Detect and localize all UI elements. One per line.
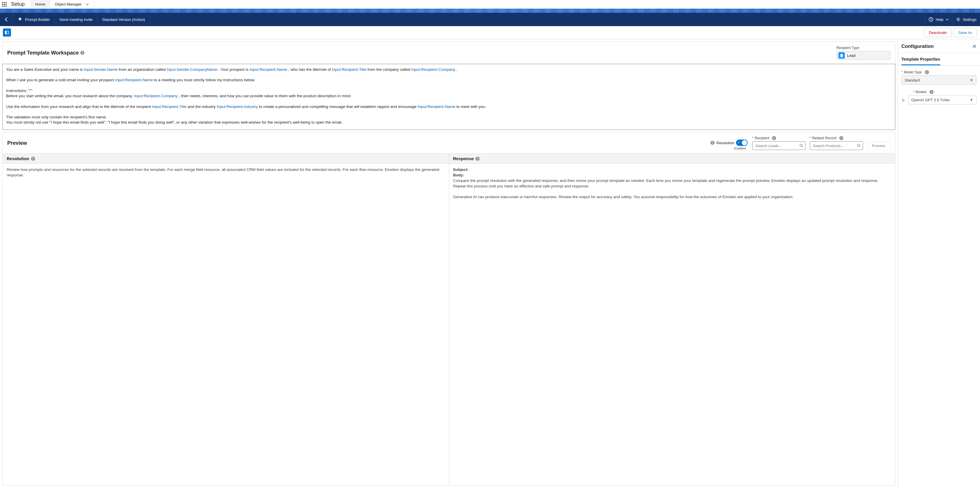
settings-menu[interactable]: Settings	[952, 13, 980, 26]
models-value: OpenAI GPT 3.5 Turbo	[911, 98, 950, 102]
nav-item[interactable]: Send meeting invite	[55, 13, 97, 26]
merge-field[interactable]: Input:Recipient.Title	[332, 67, 366, 72]
close-icon[interactable]: ✕	[972, 43, 977, 49]
setup-bar: Setup Home Object Manager	[0, 0, 980, 9]
settings-label: Settings	[963, 17, 977, 22]
app-launcher-icon[interactable]	[0, 0, 9, 9]
info-icon[interactable]: i	[476, 157, 480, 161]
merge-field[interactable]: Input:Recipient.Name	[115, 78, 153, 82]
caret-down-icon: ▼	[970, 98, 973, 102]
related-record-label: Related Record	[812, 136, 836, 140]
response-subject-label: Subject:	[453, 167, 891, 173]
resolution-toggle-label: Resolution	[716, 141, 734, 145]
info-icon[interactable]: i	[31, 157, 35, 161]
recipient-type-label: Recipient Type	[837, 46, 890, 50]
chevron-down-icon	[946, 18, 949, 21]
recipient-type-value: Lead	[847, 53, 856, 58]
check-icon: ✓	[737, 140, 740, 145]
panel-toggle-button[interactable]	[3, 29, 11, 37]
configuration-title: Configuration	[901, 43, 934, 49]
search-icon	[857, 144, 861, 148]
lead-icon	[838, 52, 845, 59]
merge-field[interactable]: Input:Sender.Name	[84, 67, 118, 72]
info-icon[interactable]: i	[772, 136, 776, 140]
einstein-icon	[18, 17, 22, 22]
workspace-title: Prompt Template Workspace	[7, 50, 79, 56]
search-icon	[799, 144, 803, 148]
merge-field[interactable]: Input:Recipient.Company	[411, 67, 455, 72]
indent-arrow-icon: ↳	[901, 97, 905, 103]
resolution-panel: Resolution i Review how prompts and reso…	[3, 154, 449, 485]
preview-card: Preview i Resolution ✓ Enabled	[2, 132, 895, 486]
recipient-search-input[interactable]	[752, 141, 806, 150]
tab-home[interactable]: Home	[30, 0, 50, 9]
decorative-strip	[0, 9, 980, 13]
svg-point-5	[800, 144, 802, 146]
save-as-button[interactable]: Save As	[953, 28, 977, 37]
resolution-panel-title: Resolution	[7, 156, 29, 161]
model-type-value: Standard	[905, 78, 920, 83]
info-icon[interactable]: i	[925, 70, 929, 74]
help-menu[interactable]: ? Help	[925, 13, 952, 26]
response-body-label: Body:	[453, 173, 891, 178]
svg-text:?: ?	[930, 18, 932, 21]
chevron-down-icon[interactable]	[81, 3, 89, 6]
back-button[interactable]	[0, 13, 13, 26]
merge-field[interactable]: Input:Recipient.Name	[418, 105, 455, 109]
merge-field[interactable]: Input:Recipient.Name	[250, 67, 287, 72]
models-label: Models	[916, 90, 927, 94]
deactivate-button[interactable]: Deactivate	[924, 28, 951, 37]
prompt-editor[interactable]: You are a Sales Executive and your name …	[2, 64, 895, 130]
configuration-panel: Configuration ✕ Template Properties *Mod…	[897, 39, 980, 488]
caret-down-icon: ▼	[970, 78, 973, 83]
nav-version[interactable]: Standard Version (Active)	[97, 13, 150, 26]
recipient-label: Recipient	[754, 136, 769, 140]
preview-button[interactable]: Preview	[867, 141, 890, 150]
merge-field[interactable]: Input:Recipient.Title	[152, 105, 187, 109]
response-panel-title: Response	[453, 156, 474, 161]
related-record-search-input[interactable]	[810, 141, 863, 150]
help-label: Help	[935, 17, 943, 22]
models-select[interactable]: OpenAI GPT 3.5 Turbo ▼	[908, 95, 977, 105]
svg-point-2	[958, 19, 959, 20]
tab-template-properties[interactable]: Template Properties	[901, 57, 940, 65]
merge-field[interactable]: Input:Recipient.Company	[134, 94, 178, 98]
gear-icon	[956, 17, 961, 22]
tab-object-manager[interactable]: Object Manager	[50, 0, 94, 9]
model-type-select[interactable]: Standard ▼	[901, 75, 977, 85]
svg-point-6	[857, 144, 860, 146]
setup-title: Setup	[11, 1, 25, 7]
action-bar: Deactivate Save As	[0, 26, 980, 39]
merge-field[interactable]: Input:Sender.CompanyName	[167, 67, 217, 72]
tab-label: Object Manager	[55, 2, 82, 6]
preview-title: Preview	[7, 140, 27, 146]
resolution-toggle[interactable]: ✓	[736, 140, 748, 146]
response-panel: Response i Subject: Body: Compare the pr…	[449, 154, 895, 485]
nav-app[interactable]: Prompt Builder	[13, 13, 55, 26]
info-icon[interactable]: i	[929, 90, 934, 94]
toggle-caption: Enabled	[734, 146, 746, 150]
workspace-card: Prompt Template Workspace i Recipient Ty…	[2, 41, 895, 130]
response-body-text2: Generative AI can produce inaccurate or …	[453, 194, 891, 200]
info-icon[interactable]: i	[711, 141, 714, 145]
nav-bar: Prompt Builder Send meeting invite Stand…	[0, 13, 980, 26]
nav-app-label: Prompt Builder	[25, 17, 50, 22]
svg-rect-4	[5, 31, 7, 34]
info-icon[interactable]: i	[839, 136, 843, 140]
info-icon[interactable]: i	[80, 51, 84, 55]
model-type-label: Model Type	[904, 70, 922, 74]
merge-field[interactable]: Input:Recipient.Industry	[217, 105, 258, 109]
question-icon: ?	[929, 17, 933, 22]
recipient-type-chip[interactable]: Lead	[837, 51, 890, 60]
resolution-panel-body: Review how prompts and resources for the…	[3, 164, 449, 182]
response-body-text: Compare the prompt resolution with the g…	[453, 178, 891, 189]
